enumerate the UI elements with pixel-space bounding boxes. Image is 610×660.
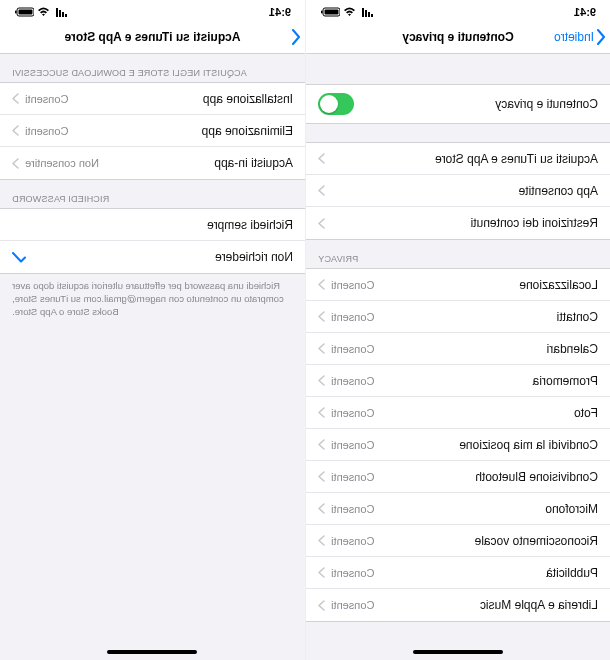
battery-icon <box>320 7 340 17</box>
row-detail <box>318 185 325 196</box>
group-toggle: Contenuti e privacy <box>306 84 610 124</box>
list-item[interactable]: Acquisti su iTunes e App Store <box>306 143 610 175</box>
row-label: Microfono <box>545 502 598 516</box>
group-store: Installazione appConsentiEliminazione ap… <box>0 82 305 180</box>
list-item[interactable]: Condividi la mia posizioneConsenti <box>306 429 610 461</box>
row-detail: Consenti <box>318 471 374 483</box>
row-label: Calendari <box>547 342 598 356</box>
row-detail <box>318 153 325 164</box>
settings-scroll[interactable]: Contenuti e privacy Acquisti su iTunes e… <box>306 54 610 660</box>
list-item[interactable]: Libreria e Apple MusicConsenti <box>306 589 610 621</box>
toggle-switch[interactable] <box>318 93 354 115</box>
wifi-icon <box>343 7 356 17</box>
row-detail <box>318 218 325 229</box>
svg-rect-13 <box>15 11 17 14</box>
back-button[interactable] <box>291 29 301 45</box>
row-label: Richiedi sempre <box>207 218 293 232</box>
chevron-right-icon <box>318 407 325 418</box>
back-button[interactable]: Indietro <box>554 29 606 45</box>
status-indicators <box>14 7 67 17</box>
chevron-right-icon <box>318 311 325 322</box>
row-label: Pubblicità <box>546 566 598 580</box>
svg-rect-8 <box>62 12 64 17</box>
signal-icon <box>53 7 67 17</box>
list-item[interactable]: ContattiConsenti <box>306 301 610 333</box>
row-check <box>12 252 26 263</box>
row-detail: Consenti <box>318 503 374 515</box>
svg-rect-7 <box>65 14 67 17</box>
row-label: Non richiedere <box>215 250 293 264</box>
row-label: Eliminazione app <box>202 124 293 138</box>
svg-rect-12 <box>19 10 33 15</box>
checkmark-icon <box>12 252 26 263</box>
chevron-right-icon <box>12 158 19 169</box>
section-header-password: RICHIEDI PASSWORD <box>0 180 305 208</box>
chevron-right-icon <box>318 600 325 611</box>
svg-rect-9 <box>59 10 61 17</box>
list-item[interactable]: LocalizzazioneConsenti <box>306 269 610 301</box>
row-label: Foto <box>574 406 598 420</box>
svg-rect-10 <box>56 8 58 17</box>
group-restrictions: Acquisti su iTunes e App StoreApp consen… <box>306 142 610 240</box>
group-password: Richiedi sempreNon richiedere <box>0 208 305 274</box>
chevron-right-icon <box>12 93 19 104</box>
row-detail: Consenti <box>318 439 374 451</box>
chevron-right-icon <box>318 375 325 386</box>
list-item[interactable]: MicrofonoConsenti <box>306 493 610 525</box>
list-item[interactable]: CalendariConsenti <box>306 333 610 365</box>
settings-scroll[interactable]: ACQUISTI NEGLI STORE E DOWNLOAD SUCCESSI… <box>0 54 305 660</box>
row-content-privacy-toggle[interactable]: Contenuti e privacy <box>306 85 610 123</box>
row-detail: Consenti <box>12 93 68 105</box>
chevron-right-icon <box>318 535 325 546</box>
page-title: Acquisti su iTunes e App Store <box>64 30 240 44</box>
svg-rect-0 <box>371 14 373 17</box>
back-label: Indietro <box>554 30 594 44</box>
chevron-right-icon <box>318 153 325 164</box>
row-detail: Consenti <box>318 311 374 323</box>
chevron-right-icon <box>318 471 325 482</box>
list-item[interactable]: PromemoriaConsenti <box>306 365 610 397</box>
battery-icon <box>14 7 34 17</box>
row-label: Acquisti in-app <box>214 156 293 170</box>
list-item[interactable]: PubblicitàConsenti <box>306 557 610 589</box>
footer-note: Richiedi una password per effettuare ult… <box>0 274 305 378</box>
row-detail: Consenti <box>12 125 68 137</box>
nav-bar: Acquisti su iTunes e App Store <box>0 20 305 54</box>
section-header-privacy: PRIVACY <box>306 240 610 268</box>
row-detail: Non consentire <box>12 157 99 169</box>
wifi-icon <box>37 7 50 17</box>
status-indicators <box>320 7 373 17</box>
row-label: Restrizioni dei contenuti <box>471 216 598 230</box>
home-indicator[interactable] <box>413 650 503 654</box>
signal-icon <box>359 7 373 17</box>
list-item[interactable]: FotoConsenti <box>306 397 610 429</box>
list-item[interactable]: Condivisione BluetoothConsenti <box>306 461 610 493</box>
chevron-right-icon <box>318 439 325 450</box>
status-time: 9:41 <box>574 6 596 18</box>
svg-rect-5 <box>325 10 339 15</box>
home-indicator[interactable] <box>108 650 198 654</box>
row-label: Localizzazione <box>519 278 598 292</box>
svg-rect-1 <box>368 12 370 17</box>
chevron-right-icon <box>318 567 325 578</box>
row-detail: Consenti <box>318 599 374 611</box>
chevron-left-icon <box>291 29 301 45</box>
page-title: Contenuti e privacy <box>402 30 513 44</box>
status-time: 9:41 <box>269 6 291 18</box>
list-item[interactable]: Installazione appConsenti <box>0 83 305 115</box>
nav-bar: Indietro Contenuti e privacy <box>306 20 610 54</box>
list-item[interactable]: Restrizioni dei contenuti <box>306 207 610 239</box>
chevron-right-icon <box>318 343 325 354</box>
group-privacy: LocalizzazioneConsentiContattiConsentiCa… <box>306 268 610 622</box>
row-label: Installazione app <box>203 92 293 106</box>
list-item[interactable]: Riconoscimento vocaleConsenti <box>306 525 610 557</box>
row-detail: Consenti <box>318 375 374 387</box>
row-detail: Consenti <box>318 343 374 355</box>
screen-content-privacy: 9:41 Indietro Contenuti e privacy Conten… <box>305 0 610 660</box>
list-item[interactable]: App consentite <box>306 175 610 207</box>
list-item[interactable]: Acquisti in-appNon consentire <box>0 147 305 179</box>
row-detail: Consenti <box>318 279 374 291</box>
list-item[interactable]: Non richiedere <box>0 241 305 273</box>
list-item[interactable]: Richiedi sempre <box>0 209 305 241</box>
list-item[interactable]: Eliminazione appConsenti <box>0 115 305 147</box>
